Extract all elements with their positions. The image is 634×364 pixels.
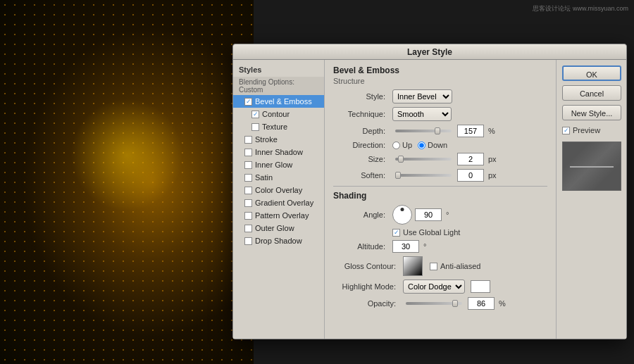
size-input[interactable] bbox=[457, 153, 484, 165]
blending-options-item[interactable]: Blending Options: Custom bbox=[233, 77, 324, 95]
direction-up-radio[interactable] bbox=[392, 142, 400, 149]
highlight-mode-label: Highlight Mode: bbox=[333, 282, 400, 291]
panel-title: Styles bbox=[233, 63, 324, 77]
technique-label: Technique: bbox=[333, 110, 390, 118]
soften-label: Soften: bbox=[333, 171, 390, 180]
highlight-opacity-slider[interactable] bbox=[406, 302, 462, 305]
global-light-label[interactable]: Use Global Light bbox=[392, 228, 460, 237]
anti-aliased-checkbox bbox=[430, 263, 437, 270]
size-label: Size: bbox=[333, 155, 390, 163]
size-row: Size: px bbox=[333, 153, 547, 165]
color-overlay-checkbox bbox=[244, 187, 252, 194]
soften-unit: px bbox=[488, 171, 497, 180]
depth-input[interactable] bbox=[457, 125, 484, 137]
gradient-overlay-checkbox bbox=[244, 199, 252, 207]
highlight-opacity-row: Opacity: % bbox=[333, 297, 547, 310]
technique-row: Technique: Smooth Chisel Hard bbox=[333, 107, 547, 121]
structure-subtitle: Structure bbox=[333, 77, 547, 85]
light-highlight bbox=[70, 99, 183, 211]
soften-slider-thumb bbox=[395, 172, 401, 179]
direction-down-radio[interactable] bbox=[418, 142, 425, 149]
size-slider-thumb bbox=[398, 156, 404, 163]
pattern-overlay-item[interactable]: Pattern Overlay bbox=[233, 209, 324, 222]
soften-slider[interactable] bbox=[395, 174, 452, 177]
depth-label: Depth: bbox=[333, 127, 390, 135]
main-content: Bevel & Emboss Structure Style: Inner Be… bbox=[325, 60, 556, 339]
drop-shadow-item[interactable]: Drop Shadow bbox=[233, 234, 324, 247]
inner-glow-checkbox bbox=[244, 161, 252, 169]
global-light-checkbox bbox=[392, 229, 400, 237]
gloss-preview[interactable] bbox=[403, 256, 423, 276]
direction-radio-group: Up Down bbox=[392, 141, 447, 149]
soften-input[interactable] bbox=[457, 169, 484, 182]
highlight-opacity-thumb bbox=[452, 300, 458, 307]
new-style-button[interactable]: New Style... bbox=[562, 105, 621, 120]
style-select[interactable]: Inner Bevel Outer Bevel Emboss bbox=[392, 89, 452, 103]
angle-row: Angle: ° bbox=[333, 205, 547, 225]
highlight-opacity-input[interactable] bbox=[468, 297, 495, 310]
outer-glow-item[interactable]: Outer Glow bbox=[233, 222, 324, 234]
contour-checkbox bbox=[251, 111, 259, 118]
gradient-overlay-item[interactable]: Gradient Overlay bbox=[233, 196, 324, 209]
contour-item[interactable]: Contour bbox=[233, 108, 324, 120]
pattern-overlay-checkbox bbox=[244, 212, 252, 220]
depth-unit: % bbox=[488, 127, 495, 135]
depth-row: Depth: % bbox=[333, 125, 547, 137]
ok-button[interactable]: OK bbox=[562, 65, 621, 81]
global-light-row: Use Global Light bbox=[333, 228, 547, 237]
gloss-contour-row: Gloss Contour: Anti-aliased bbox=[333, 256, 547, 276]
angle-label: Angle: bbox=[333, 211, 390, 219]
satin-checkbox bbox=[244, 174, 252, 182]
altitude-row: Altitude: ° bbox=[333, 240, 547, 253]
background-canvas bbox=[0, 0, 254, 364]
bevel-emboss-item[interactable]: Bevel & Emboss bbox=[233, 95, 324, 108]
dialog-title: Layer Style bbox=[407, 47, 452, 57]
angle-unit: ° bbox=[446, 211, 449, 219]
angle-dial-indicator bbox=[401, 208, 404, 211]
main-inner: Bevel & Emboss Structure Style: Inner Be… bbox=[333, 65, 547, 312]
highlight-mode-select[interactable]: Color Dodge Normal Multiply bbox=[403, 280, 465, 294]
right-panel: OK Cancel New Style... Preview bbox=[556, 60, 626, 339]
highlight-opacity-unit: % bbox=[499, 299, 506, 308]
size-slider[interactable] bbox=[395, 158, 452, 161]
angle-input[interactable] bbox=[415, 208, 442, 221]
watermark: 思客设计论坛 www.missyuan.com bbox=[533, 4, 628, 13]
altitude-label: Altitude: bbox=[333, 242, 390, 251]
highlight-color-swatch[interactable] bbox=[471, 280, 490, 293]
left-panel: Styles Blending Options: Custom Bevel & … bbox=[233, 60, 325, 339]
inner-shadow-item[interactable]: Inner Shadow bbox=[233, 146, 324, 158]
color-overlay-item[interactable]: Color Overlay bbox=[233, 184, 324, 196]
inner-shadow-checkbox bbox=[244, 149, 252, 156]
depth-slider-thumb bbox=[435, 127, 440, 134]
stroke-checkbox bbox=[244, 136, 252, 144]
gloss-contour-label: Gloss Contour: bbox=[333, 262, 400, 270]
outer-glow-checkbox bbox=[244, 225, 252, 232]
inner-glow-item[interactable]: Inner Glow bbox=[233, 158, 324, 171]
anti-aliased-label[interactable]: Anti-aliased bbox=[430, 262, 480, 270]
altitude-input[interactable] bbox=[392, 240, 419, 253]
cancel-button[interactable]: Cancel bbox=[562, 85, 621, 101]
technique-select[interactable]: Smooth Chisel Hard bbox=[392, 107, 452, 121]
soften-row: Soften: px bbox=[333, 169, 547, 182]
angle-dial[interactable] bbox=[392, 205, 412, 225]
texture-item[interactable]: Texture bbox=[233, 120, 324, 133]
drop-shadow-checkbox bbox=[244, 237, 252, 245]
direction-up-label[interactable]: Up bbox=[392, 141, 412, 149]
preview-label[interactable]: Preview bbox=[562, 126, 621, 134]
preview-line bbox=[570, 166, 614, 168]
highlight-mode-row: Highlight Mode: Color Dodge Normal Multi… bbox=[333, 280, 547, 294]
texture-checkbox bbox=[251, 123, 259, 131]
satin-item[interactable]: Satin bbox=[233, 171, 324, 184]
style-row: Style: Inner Bevel Outer Bevel Emboss bbox=[333, 89, 547, 103]
preview-area bbox=[562, 142, 621, 191]
direction-row: Direction: Up Down bbox=[333, 141, 547, 149]
highlight-opacity-label: Opacity: bbox=[333, 299, 400, 308]
bevel-emboss-checkbox bbox=[244, 98, 252, 106]
layer-style-dialog: Layer Style Styles Blending Options: Cus… bbox=[232, 44, 627, 339]
direction-down-label[interactable]: Down bbox=[418, 141, 447, 149]
stroke-item[interactable]: Stroke bbox=[233, 133, 324, 146]
section-title: Bevel & Emboss bbox=[333, 65, 547, 75]
depth-slider[interactable] bbox=[395, 130, 452, 132]
dialog-body: Styles Blending Options: Custom Bevel & … bbox=[233, 60, 626, 339]
altitude-unit: ° bbox=[423, 242, 426, 251]
